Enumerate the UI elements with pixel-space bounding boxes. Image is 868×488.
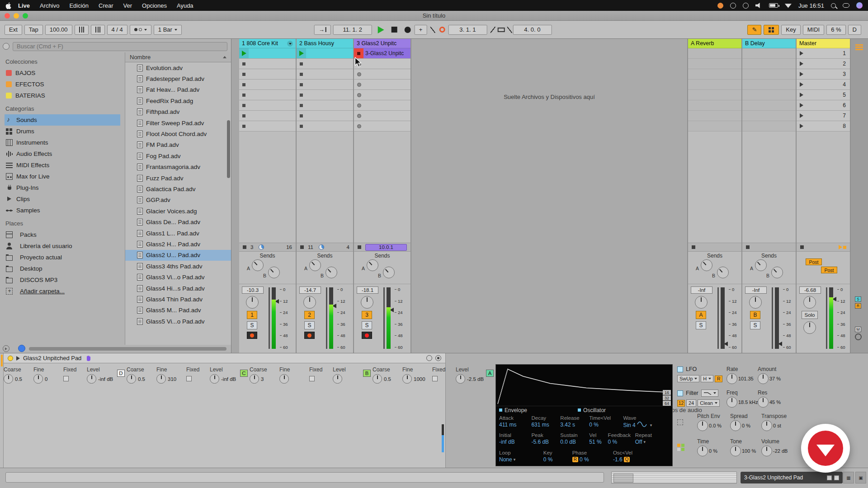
loop-start-field[interactable]: 3. 1. 1 <box>448 25 487 35</box>
stop-clips-button[interactable] <box>692 245 695 249</box>
category-item[interactable]: Max for Live <box>5 171 125 182</box>
punch-in-icon[interactable] <box>430 27 435 33</box>
device-param[interactable]: Repeat Off ▾ <box>635 432 669 448</box>
clip-slot[interactable] <box>239 121 296 131</box>
send-a-knob[interactable]: A <box>367 259 378 271</box>
cpu-meter[interactable]: 6 % <box>826 25 845 35</box>
show-clip-view-button[interactable]: ▣ <box>855 472 866 483</box>
solo-cue-button[interactable]: Solo <box>802 311 818 319</box>
device-param[interactable]: Time<Vel 0 % <box>589 415 623 431</box>
wifi-icon[interactable] <box>785 3 792 8</box>
filter-freq-knob[interactable] <box>726 397 737 408</box>
device-param[interactable]: Initial -inf dB <box>499 432 531 448</box>
volume-display[interactable]: -14.7 <box>299 286 321 294</box>
pan-knob[interactable] <box>246 296 259 309</box>
clip-slot[interactable] <box>239 48 296 59</box>
status-icon[interactable] <box>730 3 736 9</box>
param-value[interactable]: 0 % <box>589 422 599 428</box>
param-value[interactable]: 3.42 s <box>560 422 575 428</box>
device-param[interactable]: Key 0 % <box>543 450 572 466</box>
menubar-clock[interactable]: Jue 16:51 <box>798 2 824 9</box>
punch-out-button[interactable] <box>507 27 512 33</box>
pan-knob[interactable] <box>303 296 316 309</box>
param-value[interactable]: -1.6 <box>613 456 623 463</box>
device-param[interactable]: Loop None ▾ <box>499 450 543 466</box>
draw-mode-button[interactable]: ✎ <box>747 25 761 35</box>
param-value[interactable]: -inf dB <box>499 439 515 445</box>
scene-row[interactable]: 1 <box>797 48 850 59</box>
loop-length-field[interactable]: 4. 0. 0 <box>513 25 552 35</box>
send-b-knob[interactable]: B <box>771 267 783 278</box>
lfo-rate-knob[interactable] <box>726 373 737 384</box>
place-item[interactable]: Añadir carpeta... <box>5 286 125 297</box>
apple-menu-icon[interactable] <box>5 2 11 9</box>
level-knob[interactable] <box>210 374 219 384</box>
device-param[interactable]: Peak -5.6 dB <box>531 432 560 448</box>
osc-select-button[interactable]: B <box>363 370 371 377</box>
time-signature-field[interactable]: 4 / 4 <box>107 25 127 35</box>
play-button[interactable] <box>378 26 384 33</box>
param-value[interactable]: 51 % <box>589 439 601 445</box>
volume-icon[interactable] <box>755 3 762 8</box>
send-b-knob[interactable]: B <box>717 267 729 278</box>
param-value[interactable]: Off <box>635 439 642 445</box>
scene-launch-icon[interactable] <box>800 124 803 128</box>
cue-volume-knob[interactable] <box>803 321 816 334</box>
solo-button[interactable]: S <box>304 321 315 329</box>
category-item[interactable]: Audio Effects <box>5 148 125 160</box>
level-knob[interactable] <box>456 374 465 384</box>
return-activator-button[interactable]: B <box>750 311 760 319</box>
collection-item[interactable]: BATERIAS <box>5 90 125 101</box>
tone-knob[interactable] <box>730 446 741 456</box>
menubar-item[interactable]: Opciones <box>137 2 172 9</box>
preview-icon[interactable] <box>3 345 9 352</box>
param-value[interactable]: 0 % <box>608 439 618 445</box>
track-activator-button[interactable]: 1 <box>247 311 257 319</box>
param-value[interactable]: 631 ms <box>531 422 549 428</box>
scene-launch-icon[interactable] <box>800 93 803 97</box>
place-item[interactable]: Proyecto actual <box>5 252 125 263</box>
filter-circuit-select[interactable]: Clean <box>698 399 720 407</box>
clip-slot[interactable] <box>297 111 353 121</box>
device-param[interactable]: Phase R 0 % <box>572 450 613 466</box>
device-title-bar[interactable]: Glass2 Unpitched Pad <box>4 353 445 363</box>
volume-display[interactable]: -Inf <box>745 286 767 294</box>
pan-knob[interactable] <box>361 296 373 309</box>
clip-slot[interactable] <box>239 90 296 100</box>
lfo-amount-knob[interactable] <box>758 373 769 384</box>
send-b-pre-post-toggle[interactable]: Post <box>821 267 837 273</box>
category-item[interactable]: Plug-Ins <box>5 182 125 193</box>
lfo-wave-select[interactable]: SwUp <box>677 375 699 382</box>
fixed-checkbox[interactable] <box>186 376 192 381</box>
clip-slot[interactable] <box>297 69 353 80</box>
scene-row[interactable]: 8 <box>797 121 850 131</box>
solo-button[interactable]: S <box>247 321 257 329</box>
master-track-header[interactable]: Master <box>797 39 850 48</box>
transpose-knob[interactable] <box>761 420 772 431</box>
volume-display[interactable]: -10.3 <box>242 286 264 294</box>
clip-slot[interactable] <box>239 69 296 80</box>
fine-knob[interactable] <box>33 374 43 384</box>
category-item[interactable]: Clips <box>5 193 125 205</box>
scene-row[interactable]: 4 <box>797 80 850 90</box>
tempo-field[interactable]: 100.00 <box>45 25 72 35</box>
save-preset-icon[interactable] <box>435 355 441 361</box>
param-value[interactable]: 0.0 dB <box>560 439 576 445</box>
follow-button[interactable]: → <box>314 25 331 35</box>
filter-on-toggle[interactable] <box>677 390 683 396</box>
stop-clips-button[interactable] <box>358 245 361 249</box>
stop-clips-button[interactable] <box>243 245 246 249</box>
partials-count-button[interactable]: 64 <box>663 401 671 406</box>
clip-slot[interactable] <box>354 69 410 80</box>
scene-row[interactable]: 2 <box>797 59 850 69</box>
nudge-down-button[interactable] <box>75 25 89 35</box>
hand-icon[interactable] <box>85 355 92 361</box>
scene-row[interactable]: 6 <box>797 100 850 111</box>
scene-row[interactable]: 3 <box>797 69 850 80</box>
clip-slot[interactable] <box>297 80 353 90</box>
envelope-curve[interactable] <box>496 365 672 406</box>
volume-display[interactable]: -18.1 <box>357 286 378 294</box>
coarse-knob[interactable] <box>373 374 382 384</box>
scene-row[interactable]: 5 <box>797 90 850 100</box>
lfo-on-toggle[interactable] <box>677 366 683 372</box>
